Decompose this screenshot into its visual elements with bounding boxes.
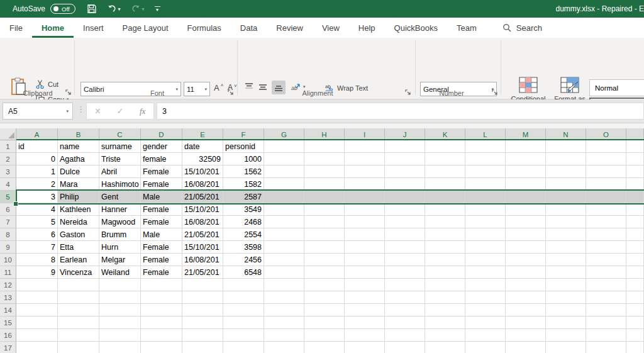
cell-P7[interactable] xyxy=(626,216,644,228)
cell-E8[interactable]: 21/05/201 xyxy=(182,228,223,241)
cell-E16[interactable] xyxy=(182,329,223,342)
cell-A7[interactable]: 5 xyxy=(16,216,58,228)
cell-D10[interactable]: Female xyxy=(141,254,182,266)
cell-F14[interactable] xyxy=(223,304,264,317)
autosave-toggle[interactable]: Off xyxy=(50,4,75,14)
cell-N4[interactable] xyxy=(546,178,586,191)
cell-I15[interactable] xyxy=(345,317,385,329)
select-all-button[interactable] xyxy=(0,128,16,140)
cell-H1[interactable] xyxy=(304,140,345,153)
cell-H5[interactable] xyxy=(304,191,345,203)
cell-C17[interactable] xyxy=(99,342,141,353)
cell-A2[interactable]: 0 xyxy=(16,153,58,165)
cell-N11[interactable] xyxy=(546,266,586,279)
cell-H14[interactable] xyxy=(304,304,345,317)
cell-B16[interactable] xyxy=(58,329,99,342)
cell-H10[interactable] xyxy=(304,254,345,266)
cell-J7[interactable] xyxy=(385,216,425,228)
cell-M1[interactable] xyxy=(506,140,546,153)
search-box[interactable]: Search xyxy=(502,23,542,33)
row-header-3[interactable]: 3 xyxy=(0,165,16,178)
cell-N7[interactable] xyxy=(546,216,586,228)
cell-B10[interactable]: Earlean xyxy=(58,254,99,266)
cell-M17[interactable] xyxy=(506,342,546,353)
cell-N2[interactable] xyxy=(546,153,586,165)
row-header-15[interactable]: 15 xyxy=(0,317,16,329)
cell-F4[interactable]: 1582 xyxy=(223,178,264,191)
redo-button[interactable]: ▾ xyxy=(131,4,145,14)
tab-formulas[interactable]: Formulas xyxy=(178,18,231,38)
cell-J17[interactable] xyxy=(385,342,425,353)
tab-home[interactable]: Home xyxy=(32,18,74,38)
cell-C4[interactable]: Hashimoto xyxy=(99,178,141,191)
cell-J8[interactable] xyxy=(385,228,425,241)
cell-F7[interactable]: 2468 xyxy=(223,216,264,228)
middle-align-button[interactable] xyxy=(258,82,268,92)
cell-D12[interactable] xyxy=(141,279,182,291)
cell-O13[interactable] xyxy=(586,291,626,304)
row-header-9[interactable]: 9 xyxy=(0,241,16,254)
cell-C3[interactable]: Abril xyxy=(99,165,141,178)
cell-D2[interactable]: female xyxy=(141,153,182,165)
cell-A13[interactable] xyxy=(16,291,58,304)
cell-L8[interactable] xyxy=(465,228,506,241)
cell-L17[interactable] xyxy=(465,342,506,353)
cell-L15[interactable] xyxy=(465,317,506,329)
cell-E1[interactable]: date xyxy=(182,140,223,153)
cell-D5[interactable]: Male xyxy=(141,191,182,203)
cell-M11[interactable] xyxy=(506,266,546,279)
cut-button[interactable]: Cut xyxy=(35,79,58,89)
cell-A5[interactable]: 3 xyxy=(16,191,58,203)
cell-C14[interactable] xyxy=(99,304,141,317)
name-box[interactable]: A5 ▾ xyxy=(3,103,73,120)
cell-N13[interactable] xyxy=(546,291,586,304)
cell-C1[interactable]: surname xyxy=(99,140,141,153)
cell-I8[interactable] xyxy=(345,228,385,241)
cell-H6[interactable] xyxy=(304,203,345,216)
row-header-14[interactable]: 14 xyxy=(0,304,16,317)
cell-G8[interactable] xyxy=(264,228,304,241)
cell-L13[interactable] xyxy=(465,291,506,304)
cell-K16[interactable] xyxy=(425,329,465,342)
tab-help[interactable]: Help xyxy=(349,18,385,38)
cell-C13[interactable] xyxy=(99,291,141,304)
cell-G10[interactable] xyxy=(264,254,304,266)
cell-H8[interactable] xyxy=(304,228,345,241)
cell-J9[interactable] xyxy=(385,241,425,254)
formula-input[interactable]: 3 xyxy=(157,103,644,120)
cell-B13[interactable] xyxy=(58,291,99,304)
cell-L3[interactable] xyxy=(465,165,506,178)
cell-O14[interactable] xyxy=(586,304,626,317)
cell-J11[interactable] xyxy=(385,266,425,279)
cell-K9[interactable] xyxy=(425,241,465,254)
cell-B7[interactable]: Nereida xyxy=(58,216,99,228)
cell-H15[interactable] xyxy=(304,317,345,329)
cell-E14[interactable] xyxy=(182,304,223,317)
cell-G2[interactable] xyxy=(264,153,304,165)
cell-G16[interactable] xyxy=(264,329,304,342)
cell-L9[interactable] xyxy=(465,241,506,254)
cell-G15[interactable] xyxy=(264,317,304,329)
cell-K17[interactable] xyxy=(425,342,465,353)
cell-M5[interactable] xyxy=(506,191,546,203)
cell-A6[interactable]: 4 xyxy=(16,203,58,216)
undo-dropdown-caret[interactable]: ▾ xyxy=(118,6,121,12)
cell-H9[interactable] xyxy=(304,241,345,254)
insert-function-button[interactable]: fx xyxy=(140,106,145,116)
cell-N5[interactable] xyxy=(546,191,586,203)
top-align-button[interactable] xyxy=(244,82,254,92)
cell-K2[interactable] xyxy=(425,153,465,165)
fill-handle[interactable] xyxy=(13,201,18,206)
cell-D14[interactable] xyxy=(141,304,182,317)
cell-M6[interactable] xyxy=(506,203,546,216)
cell-H17[interactable] xyxy=(304,342,345,353)
cell-F3[interactable]: 1562 xyxy=(223,165,264,178)
cell-M7[interactable] xyxy=(506,216,546,228)
increase-font-button[interactable]: A˄ xyxy=(214,83,223,92)
cell-B12[interactable] xyxy=(58,279,99,291)
cell-A1[interactable]: id xyxy=(16,140,58,153)
cell-O12[interactable] xyxy=(586,279,626,291)
name-box-caret[interactable]: ▾ xyxy=(66,109,69,114)
cell-P12[interactable] xyxy=(626,279,644,291)
row-header-8[interactable]: 8 xyxy=(0,228,16,241)
